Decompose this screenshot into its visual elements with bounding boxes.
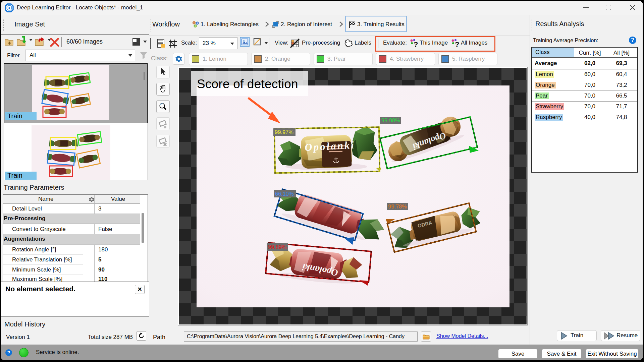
- svg-text:99.89%: 99.89%: [268, 244, 287, 250]
- svg-text:66.10%: 66.10%: [275, 191, 294, 197]
- svg-text:B: B: [197, 22, 198, 24]
- svg-text:99.97%: 99.97%: [275, 129, 293, 135]
- svg-text:?: ?: [455, 40, 459, 48]
- svg-text:99.78%: 99.78%: [388, 203, 407, 209]
- svg-text:99.98%: 99.98%: [381, 117, 400, 123]
- svg-text:Score of detection: Score of detection: [197, 77, 298, 91]
- svg-text:?: ?: [414, 40, 418, 48]
- svg-text:C: C: [195, 25, 196, 27]
- svg-text:A: A: [193, 22, 195, 24]
